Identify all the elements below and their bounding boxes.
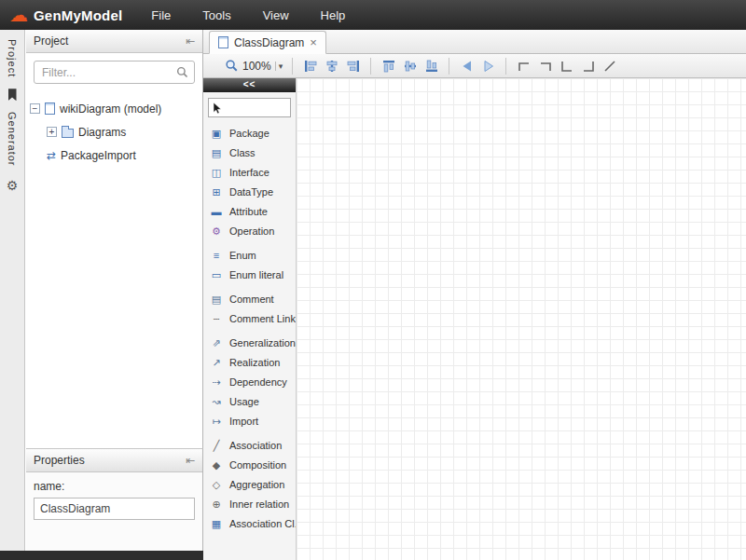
inner-relation-icon: ⊕	[210, 498, 223, 511]
zoom-value: 100%	[242, 60, 271, 73]
expand-expander-icon[interactable]: +	[47, 127, 57, 137]
package-icon: ▣	[210, 127, 223, 140]
palette-item-dependency[interactable]: ⇢ Dependency	[210, 372, 296, 391]
tree-row-package-import[interactable]: ⇄ PackageImport	[47, 143, 199, 167]
menu-file[interactable]: File	[151, 8, 171, 22]
palette-item-label: Generalization	[229, 337, 296, 348]
menu-view[interactable]: View	[263, 8, 289, 22]
palette-item-class[interactable]: ▤ Class	[210, 143, 296, 162]
realization-icon: ↗	[210, 356, 223, 369]
project-panel-header: Project ⇤	[26, 30, 202, 53]
composition-icon: ◆	[210, 458, 223, 471]
properties-panel-title: Properties	[34, 454, 85, 467]
palette-item-package[interactable]: ▣ Package	[210, 123, 296, 143]
palette-item-label: Aggregation	[229, 479, 284, 490]
palette-item-label: Usage	[229, 396, 259, 407]
palette-item-label: DataType	[229, 186, 273, 198]
palette-item-datatype[interactable]: ⊞ DataType	[210, 182, 296, 201]
palette-item-label: Import	[229, 416, 258, 427]
palette-item-comment[interactable]: ▤ Comment	[210, 289, 296, 308]
enum-icon: ≡	[210, 249, 223, 262]
enum-literal-icon: ▭	[210, 268, 223, 281]
align-middle-icon	[403, 59, 418, 74]
diagrams-folder-icon	[62, 129, 74, 138]
diagram-tabbar: ClassDiagram ×	[203, 30, 746, 54]
palette-item-label: Comment	[229, 294, 274, 305]
palette-item-realization[interactable]: ↗ Realization	[210, 352, 296, 372]
align-top-button[interactable]	[378, 56, 399, 76]
chevron-down-icon: ▾	[275, 61, 283, 71]
toolbar-separator	[292, 58, 293, 75]
palette-collapse-button[interactable]: <<	[203, 78, 296, 92]
connector-left-down-icon	[581, 59, 596, 74]
menu-tools[interactable]: Tools	[202, 8, 230, 22]
flip-left-icon	[460, 59, 475, 74]
top-menubar: ☁ GenMyModel File Tools View Help	[0, 0, 746, 30]
pin-panel-icon[interactable]: ⇤	[186, 454, 195, 467]
name-field[interactable]	[34, 498, 195, 520]
palette-item-association[interactable]: ╱ Association	[210, 435, 296, 455]
palette-item-attribute[interactable]: ▬ Attribute	[210, 201, 296, 221]
palette-item-comment-link[interactable]: ┄ Comment Link	[210, 308, 296, 328]
zoom-dropdown[interactable]: 100% ▾	[222, 58, 285, 74]
connector-up-right-button[interactable]	[513, 56, 534, 76]
palette-item-enum[interactable]: ≡ Enum	[210, 245, 296, 265]
palette-item-aggregation[interactable]: ◇ Aggregation	[210, 474, 296, 494]
tree-row-diagrams[interactable]: + Diagrams	[47, 120, 199, 143]
cloud-logo-icon: ☁	[9, 6, 28, 24]
filter-input[interactable]	[34, 61, 195, 84]
left-tab-strip: Project Generator ⚙	[0, 30, 25, 551]
tree-label-diagrams: Diagrams	[78, 126, 126, 139]
tab-classdiagram[interactable]: ClassDiagram ×	[209, 31, 326, 54]
model-tree: − wikiDiagram (model) + Diagrams ⇄ Packa…	[26, 89, 202, 448]
sidebar-tab-project[interactable]: Project	[7, 39, 18, 77]
palette-item-label: Realization	[229, 357, 280, 368]
palette-item-association-class[interactable]: ▦ Association Cl...	[210, 513, 296, 533]
connector-diagonal-button[interactable]	[599, 56, 620, 76]
diagram-canvas[interactable]	[297, 78, 746, 560]
palette-item-interface[interactable]: ◫ Interface	[210, 162, 296, 182]
project-panel-title: Project	[34, 34, 68, 48]
palette-item-label: Interface	[229, 167, 269, 178]
palette-item-import[interactable]: ↦ Import	[210, 411, 296, 430]
interface-icon: ◫	[210, 166, 223, 179]
tab-label: ClassDiagram	[234, 36, 304, 49]
flip-right-button[interactable]	[477, 56, 499, 76]
project-panel: Project ⇤ − wikiDiagram (model) + Diagra…	[26, 30, 203, 448]
palette-item-composition[interactable]: ◆ Composition	[210, 455, 296, 474]
palette-item-list: ▣ Package ▤ Class ◫ Interface ⊞ DataType…	[203, 121, 296, 560]
palette-item-label: Comment Link	[229, 313, 296, 324]
align-center-button[interactable]	[321, 56, 342, 76]
palette-item-usage[interactable]: ↝ Usage	[210, 391, 296, 411]
align-left-button[interactable]	[299, 56, 321, 76]
bookmark-icon[interactable]	[8, 89, 17, 101]
connector-left-down-button[interactable]	[577, 56, 599, 76]
connector-right-down-button[interactable]	[534, 56, 556, 76]
flip-left-button[interactable]	[456, 56, 477, 76]
palette-item-operation[interactable]: ⚙ Operation	[210, 221, 296, 240]
toolbar-separator	[370, 58, 371, 75]
connector-right-down-icon	[538, 59, 553, 74]
pin-panel-icon[interactable]: ⇤	[186, 34, 195, 48]
selection-tool[interactable]	[208, 98, 291, 117]
align-bottom-button[interactable]	[421, 56, 442, 76]
collapse-expander-icon[interactable]: −	[30, 103, 40, 114]
palette-item-label: Association Cl...	[229, 518, 296, 529]
name-field-label: name:	[34, 480, 195, 493]
close-icon[interactable]: ×	[310, 35, 317, 49]
tree-label-model: wikiDiagram (model)	[60, 102, 161, 116]
class-icon: ▤	[210, 146, 223, 159]
palette-item-label: Operation	[229, 225, 274, 237]
palette-item-generalization[interactable]: ⇗ Generalization	[210, 333, 296, 352]
gear-icon[interactable]: ⚙	[7, 178, 19, 193]
association-icon: ╱	[210, 439, 223, 452]
palette-item-inner-relation[interactable]: ⊕ Inner relation	[210, 494, 296, 513]
main-area: ClassDiagram × 100% ▾	[203, 30, 746, 560]
menu-help[interactable]: Help	[321, 8, 346, 22]
connector-down-right-button[interactable]	[556, 56, 577, 76]
align-right-button[interactable]	[342, 56, 364, 76]
sidebar-tab-generator[interactable]: Generator	[7, 112, 18, 167]
palette-item-enum-literal[interactable]: ▭ Enum literal	[210, 265, 296, 284]
tree-row-model[interactable]: − wikiDiagram (model)	[30, 97, 199, 120]
align-middle-button[interactable]	[399, 56, 421, 76]
